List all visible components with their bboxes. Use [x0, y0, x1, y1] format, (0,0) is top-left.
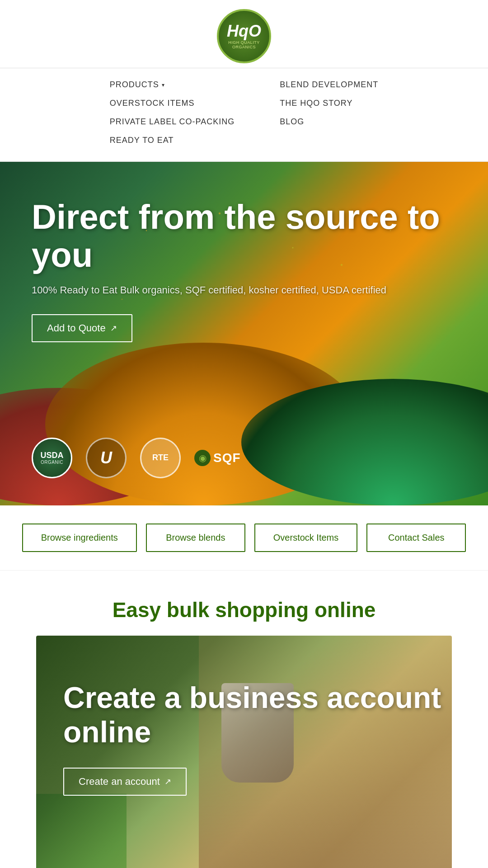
sqf-badge: ◉ SQF [194, 450, 241, 466]
browse-blends-button[interactable]: Browse blends [146, 524, 245, 552]
logo-circle: HqO HIGH QUALITY ORGANICS [217, 9, 271, 63]
nav: PRODUCTS ▾ OVERSTOCK ITEMS PRIVATE LABEL… [0, 68, 488, 162]
business-content: Create a business account online Create … [63, 681, 452, 796]
hero-section: Direct from the source to you 100% Ready… [0, 162, 488, 505]
overstock-items-button[interactable]: Overstock Items [254, 524, 357, 552]
sqf-circle-symbol: ◉ [199, 453, 206, 463]
header: HqO HIGH QUALITY ORGANICS [0, 0, 488, 68]
add-to-quote-button[interactable]: Add to Quote ↗ [32, 314, 132, 342]
nav-item-overstock[interactable]: OVERSTOCK ITEMS [110, 99, 195, 108]
external-link-icon-2: ↗ [164, 777, 171, 787]
hero-title: Direct from the source to you [32, 198, 456, 274]
business-account-section: Create a business account online Create … [36, 636, 452, 868]
hero-content: Direct from the source to you 100% Ready… [32, 198, 456, 342]
nav-item-private-label[interactable]: PRIVATE LABEL CO-PACKING [110, 117, 235, 127]
nav-right: BLEND DEVELOPMENT THE HQO STORY BLOG [280, 80, 378, 145]
rte-badge-text: RTE [152, 453, 169, 462]
nav-item-hqo-story[interactable]: THE HQO STORY [280, 99, 352, 108]
sqf-logo: ◉ SQF [194, 450, 241, 466]
sqf-icon: ◉ [194, 450, 211, 466]
sqf-text: SQF [213, 451, 241, 465]
plant-decoration-left [36, 794, 127, 868]
usda-badge: USDA ORGANIC [32, 438, 72, 478]
chevron-down-icon: ▾ [162, 82, 165, 88]
business-account-wrapper: Create a business account online Create … [0, 636, 488, 868]
kosher-badge: U [86, 438, 127, 478]
contact-sales-button[interactable]: Contact Sales [366, 524, 466, 552]
logo[interactable]: HqO HIGH QUALITY ORGANICS [217, 9, 271, 63]
kosher-badge-text: U [100, 449, 112, 467]
nav-item-products[interactable]: PRODUCTS ▾ [110, 80, 165, 90]
easy-bulk-heading: Easy bulk shopping online [18, 598, 470, 622]
hero-subtitle: 100% Ready to Eat Bulk organics, SQF cer… [32, 284, 456, 296]
browse-ingredients-button[interactable]: Browse ingredients [22, 524, 137, 552]
create-account-button[interactable]: Create an account ↗ [63, 768, 187, 796]
nav-item-blog[interactable]: BLOG [280, 117, 304, 127]
business-title: Create a business account online [63, 681, 452, 750]
usda-badge-text1: USDA [40, 451, 63, 460]
external-link-icon: ↗ [110, 323, 117, 333]
quick-links-row: Browse ingredients Browse blends Oversto… [0, 505, 488, 571]
nav-left: PRODUCTS ▾ OVERSTOCK ITEMS PRIVATE LABEL… [110, 80, 235, 145]
rte-badge: RTE [140, 438, 181, 478]
logo-text-sub: HIGH QUALITY ORGANICS [219, 40, 269, 49]
logo-text-hqo: HqO [227, 23, 261, 39]
usda-badge-text2: ORGANIC [41, 460, 63, 465]
nav-item-blend-development[interactable]: BLEND DEVELOPMENT [280, 80, 378, 90]
certification-badges: USDA ORGANIC U RTE ◉ SQF [32, 438, 241, 478]
easy-bulk-section: Easy bulk shopping online [0, 571, 488, 636]
nav-item-ready-to-eat[interactable]: READY TO EAT [110, 136, 174, 145]
